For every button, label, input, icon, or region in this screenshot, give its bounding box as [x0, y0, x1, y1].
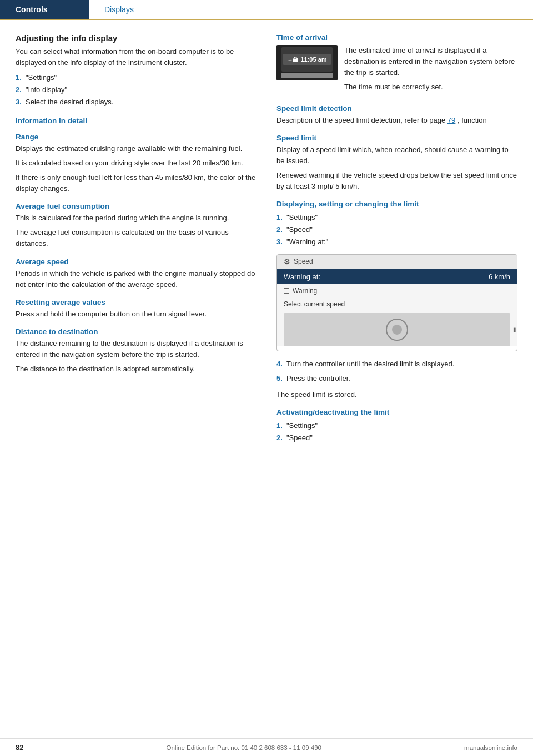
arrival-screen-image: →🏔 11:05 am: [276, 45, 338, 80]
inner-screen: →🏔 11:05 am: [281, 47, 333, 72]
avg-fuel-p1: This is calculated for the period during…: [16, 213, 257, 224]
avg-speed-title: Average speed: [16, 258, 257, 266]
controls-label: Controls: [16, 5, 48, 14]
speed-stored-text: The speed limit is stored.: [276, 389, 517, 400]
disp-step-1: 1. "Settings": [276, 211, 517, 224]
range-p2: It is calculated based on your driving s…: [16, 158, 257, 169]
disp-setting-title: Displaying, setting or changing the limi…: [276, 200, 517, 208]
controller-right-icon: ▮: [513, 326, 516, 332]
speed-limit-p2: Renewed warning if the vehicle speed dro…: [276, 170, 517, 192]
arrival-p2: The time must be correctly set.: [344, 82, 517, 93]
page-number: 82: [16, 743, 23, 752]
speed-limit-title: Speed limit: [276, 134, 517, 142]
disp-step-2: 2. "Speed": [276, 224, 517, 236]
controller-center: [392, 325, 402, 335]
time-display: →🏔 11:05 am: [283, 54, 331, 65]
warning-label: Warning: [293, 287, 317, 295]
content-area: Adjusting the info display You can selec…: [0, 20, 533, 471]
disp-step-3: 3. "Warning at:": [276, 236, 517, 248]
disp-steps-list: 1. "Settings" 2. "Speed" 3. "Warning at:…: [276, 211, 517, 248]
step-1: 1. "Settings": [16, 72, 257, 84]
top-nav: Controls Displays: [0, 0, 533, 20]
warning-checkbox[interactable]: [284, 288, 289, 294]
nav-displays-tab[interactable]: Displays: [89, 0, 149, 19]
arrival-image-block: →🏔 11:05 am The estimated time of arriva…: [276, 45, 517, 97]
speed-limit-page-link[interactable]: 79: [447, 116, 455, 124]
after-step-5: 5. Press the controller.: [276, 372, 517, 385]
avg-speed-p1: Periods in which the vehicle is parked w…: [16, 268, 257, 290]
step-2: 2. "Info display": [16, 84, 257, 96]
displays-label: Displays: [104, 5, 134, 14]
distance-p1: The distance remaining to the destinatio…: [16, 338, 257, 360]
right-column: Time of arrival →🏔 11:05 am The estimate…: [276, 33, 517, 448]
nav-arrow-icon: →🏔: [287, 57, 298, 63]
watermark-text: manualsonline.info: [464, 744, 517, 751]
avg-fuel-p2: The average fuel consumption is calculat…: [16, 227, 257, 249]
arrival-text-block: The estimated time of arrival is display…: [344, 45, 517, 97]
activating-title: Activating/deactivating the limit: [276, 408, 517, 416]
left-column: Adjusting the info display You can selec…: [16, 33, 257, 448]
activating-steps-list: 1. "Settings" 2. "Speed": [276, 420, 517, 444]
select-speed-row: Select current speed: [277, 298, 517, 311]
speed-screen: ⚙ Speed Warning at: 6 km/h Warning Selec…: [276, 254, 517, 351]
arrival-p1: The estimated time of arrival is display…: [344, 45, 517, 78]
arrival-title: Time of arrival: [276, 33, 517, 42]
main-steps-list: 1. "Settings" 2. "Info display" 3. Selec…: [16, 72, 257, 108]
speed-screen-header: ⚙ Speed: [277, 255, 517, 269]
step-3: 3. Select the desired displays.: [16, 96, 257, 108]
screen-bottom-bar: [281, 73, 333, 78]
act-step-1: 1. "Settings": [276, 420, 517, 432]
after-screen-steps: 4. Turn the controller until the desired…: [276, 358, 517, 385]
speed-limit-det-text: Description of the speed limit detection…: [276, 115, 517, 126]
speed-limit-det-title: Speed limit detection: [276, 104, 517, 113]
intro-text: You can select what information from the…: [16, 46, 257, 68]
warning-at-value: 6 km/h: [489, 273, 510, 281]
warning-row: Warning: [277, 284, 517, 298]
distance-p2: The distance to the destination is adopt…: [16, 364, 257, 375]
act-step-2: 2. "Speed": [276, 432, 517, 444]
avg-fuel-title: Average fuel consumption: [16, 202, 257, 210]
range-p3: If there is only enough fuel left for le…: [16, 172, 257, 194]
main-title: Adjusting the info display: [16, 33, 257, 43]
distance-title: Distance to destination: [16, 327, 257, 336]
gear-icon: ⚙: [284, 258, 290, 266]
speed-screen-title: Speed: [294, 258, 313, 265]
reset-p1: Press and hold the computer button on th…: [16, 309, 257, 320]
range-p1: Displays the estimated cruising range av…: [16, 143, 257, 154]
warning-at-label: Warning at:: [284, 273, 320, 281]
nav-controls-tab[interactable]: Controls: [0, 0, 89, 19]
arrival-time-value: 11:05 am: [300, 56, 326, 63]
info-detail-title: Information in detail: [16, 117, 257, 125]
select-speed-label: Select current speed: [284, 300, 345, 308]
edition-text: Online Edition for Part no. 01 40 2 608 …: [167, 744, 321, 751]
range-title: Range: [16, 133, 257, 141]
controller-graphic: ▮: [284, 313, 510, 346]
reset-title: Resetting average values: [16, 298, 257, 306]
warning-at-row: Warning at: 6 km/h: [277, 269, 517, 284]
controller-wheel: [386, 319, 408, 341]
after-step-4: 4. Turn the controller until the desired…: [276, 358, 517, 370]
bottom-bar: 82 Online Edition for Part no. 01 40 2 6…: [0, 738, 533, 756]
speed-screen-body: Warning at: 6 km/h Warning Select curren…: [277, 269, 517, 346]
speed-limit-p1: Display of a speed limit which, when rea…: [276, 144, 517, 167]
